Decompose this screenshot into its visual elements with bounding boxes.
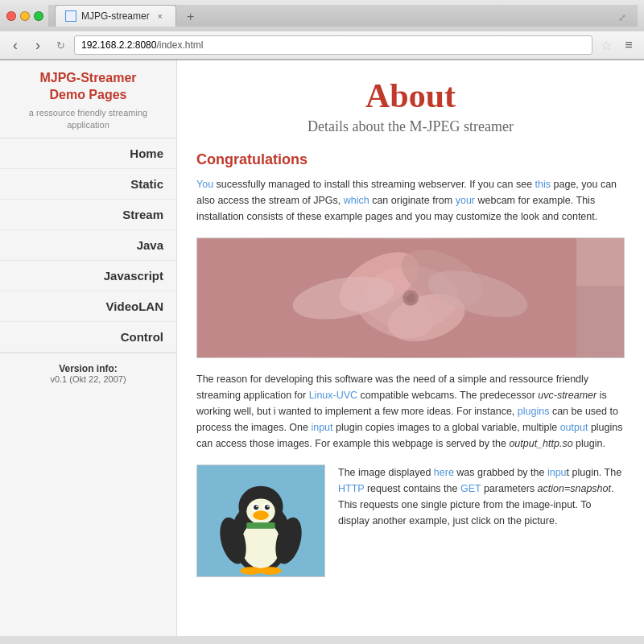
window-controls xyxy=(6,11,43,21)
sidebar-title-line1: MJPG-Streamer xyxy=(39,71,136,85)
svg-point-13 xyxy=(404,291,409,296)
tab-title: MJPG-streamer xyxy=(81,10,150,22)
nav-item-static[interactable]: Static xyxy=(0,169,176,200)
version-label: Version info: xyxy=(13,363,163,374)
mascot-image[interactable] xyxy=(196,464,325,577)
tab-favicon xyxy=(65,10,76,22)
page-title: About xyxy=(196,76,625,115)
svg-point-28 xyxy=(240,567,262,575)
forward-icon: › xyxy=(35,37,40,54)
svg-point-23 xyxy=(256,506,258,507)
nav-item-stream[interactable]: Stream xyxy=(0,200,176,230)
restore-button[interactable]: ⤢ xyxy=(613,9,631,27)
sidebar-header: MJPG-Streamer Demo Pages a ressource fri… xyxy=(0,60,176,138)
menu-icon: ≡ xyxy=(625,38,632,52)
sidebar-title: MJPG-Streamer Demo Pages xyxy=(8,70,168,104)
nav-item-videolan[interactable]: VideoLAN xyxy=(0,291,176,322)
tab-close-button[interactable]: × xyxy=(155,10,166,22)
flower-image[interactable] xyxy=(196,237,625,358)
bookmark-icon: ☆ xyxy=(601,38,612,53)
forward-button[interactable]: › xyxy=(29,36,47,54)
main-content: About Details about the M-JPEG streamer … xyxy=(177,60,644,636)
version-value: v0.1 (Okt 22, 2007) xyxy=(13,374,163,384)
svg-point-21 xyxy=(254,505,258,510)
nav-link-stream[interactable]: Stream xyxy=(0,200,176,229)
new-tab-button[interactable]: + xyxy=(181,7,200,27)
intro-text: You sucessfully managed to install this … xyxy=(196,176,625,225)
back-icon: ‹ xyxy=(13,37,18,54)
svg-point-25 xyxy=(253,510,269,520)
bottom-text: The image displayed here was grabbed by … xyxy=(338,464,625,577)
address-port: :8080 xyxy=(132,39,156,51)
svg-point-22 xyxy=(265,505,270,510)
svg-rect-8 xyxy=(576,238,624,286)
nav-item-home[interactable]: Home xyxy=(0,138,176,169)
browser-chrome: MJPG-streamer × + ⤢ ‹ › ↻ 192.168.2.2:80… xyxy=(0,0,644,60)
maximize-button[interactable] xyxy=(34,11,43,21)
nav-link-static[interactable]: Static xyxy=(0,169,176,199)
nav-link-java[interactable]: Java xyxy=(0,230,176,260)
title-bar: MJPG-streamer × + ⤢ xyxy=(0,0,644,31)
svg-point-24 xyxy=(267,506,269,507)
congratulations-title: Congratulations xyxy=(196,151,625,168)
address-host: 192.168.2.2 xyxy=(81,39,132,51)
nav-link-javascript[interactable]: Javascript xyxy=(0,261,176,291)
tab-bar: MJPG-streamer × + ⤢ xyxy=(48,5,638,27)
nav-link-home[interactable]: Home xyxy=(0,138,176,168)
svg-rect-30 xyxy=(246,522,275,529)
sidebar: MJPG-Streamer Demo Pages a ressource fri… xyxy=(0,60,177,636)
nav-item-javascript[interactable]: Javascript xyxy=(0,261,176,291)
nav-link-control[interactable]: Control xyxy=(0,322,176,352)
sidebar-version: Version info: v0.1 (Okt 22, 2007) xyxy=(0,353,176,394)
back-button[interactable]: ‹ xyxy=(6,36,24,54)
bottom-section: The image displayed here was grabbed by … xyxy=(196,464,625,577)
svg-point-29 xyxy=(259,567,282,575)
address-text: 192.168.2.2:8080/index.html xyxy=(81,39,203,51)
sidebar-title-line2: Demo Pages xyxy=(49,88,126,101)
page-subtitle: Details about the M-JPEG streamer xyxy=(196,118,625,135)
page: MJPG-Streamer Demo Pages a ressource fri… xyxy=(0,60,644,636)
sidebar-subtitle: a ressource friendly streaming applicati… xyxy=(8,107,168,132)
bookmark-button[interactable]: ☆ xyxy=(597,36,615,54)
body-text: The reason for developing this software … xyxy=(196,371,625,452)
reload-button[interactable]: ↻ xyxy=(52,36,69,54)
close-button[interactable] xyxy=(6,11,16,21)
nav-item-control[interactable]: Control xyxy=(0,322,176,353)
svg-rect-9 xyxy=(576,286,624,357)
reload-icon: ↻ xyxy=(56,39,65,52)
nav-bar: ‹ › ↻ 192.168.2.2:8080/index.html ☆ ≡ xyxy=(0,31,644,60)
active-tab[interactable]: MJPG-streamer × xyxy=(55,5,176,27)
nav-link-videolan[interactable]: VideoLAN xyxy=(0,291,176,321)
nav-item-java[interactable]: Java xyxy=(0,230,176,261)
address-bar[interactable]: 192.168.2.2:8080/index.html xyxy=(74,35,592,55)
nav-menu: Home Static Stream Java Javascript Video… xyxy=(0,138,176,353)
minimize-button[interactable] xyxy=(20,11,30,21)
menu-button[interactable]: ≡ xyxy=(620,36,638,54)
address-path: /index.html xyxy=(156,39,203,51)
